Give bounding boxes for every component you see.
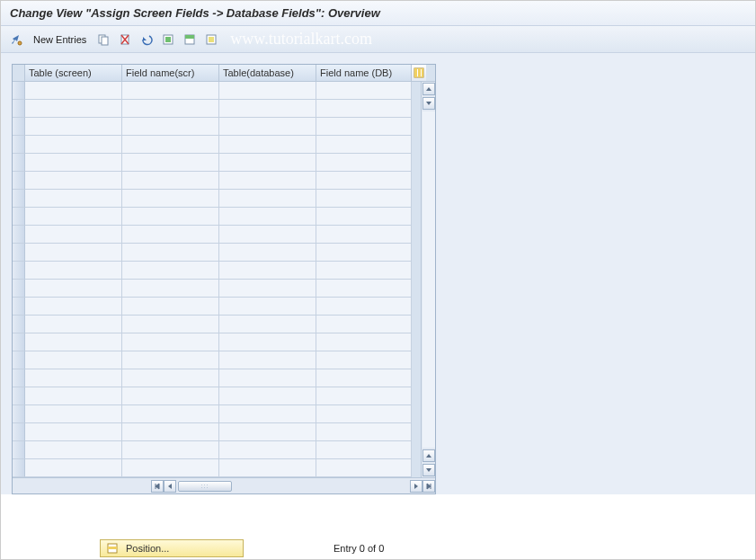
table-cell[interactable]: [316, 118, 412, 136]
table-cell[interactable]: [122, 118, 219, 136]
table-cell[interactable]: [219, 226, 316, 244]
table-cell[interactable]: [25, 459, 122, 477]
table-cell[interactable]: [25, 405, 122, 423]
table-cell[interactable]: [219, 208, 316, 226]
table-cell[interactable]: [25, 316, 122, 333]
table-cell[interactable]: [122, 298, 219, 316]
table-cell[interactable]: [316, 244, 412, 262]
table-cell[interactable]: [25, 190, 122, 208]
table-cell[interactable]: [122, 459, 219, 477]
deselect-all-icon[interactable]: [203, 31, 219, 48]
table-cell[interactable]: [25, 441, 122, 459]
delete-icon[interactable]: [117, 31, 133, 48]
table-cell[interactable]: [25, 208, 122, 226]
horizontal-scroll-thumb[interactable]: :::: [178, 481, 232, 492]
configure-columns-icon[interactable]: [412, 65, 426, 81]
table-cell[interactable]: [219, 262, 316, 280]
table-cell[interactable]: [122, 387, 219, 405]
table-cell[interactable]: [316, 172, 412, 190]
table-cell[interactable]: [316, 280, 412, 298]
table-cell[interactable]: [316, 459, 412, 477]
table-cell[interactable]: [25, 172, 122, 190]
row-selector[interactable]: [13, 351, 25, 369]
table-cell[interactable]: [122, 262, 219, 280]
table-cell[interactable]: [219, 369, 316, 387]
table-cell[interactable]: [25, 280, 122, 298]
scroll-left-icon[interactable]: [164, 480, 176, 493]
table-cell[interactable]: [122, 441, 219, 459]
table-cell[interactable]: [25, 387, 122, 405]
table-cell[interactable]: [25, 298, 122, 316]
table-cell[interactable]: [316, 369, 412, 387]
row-selector[interactable]: [13, 262, 25, 280]
table-cell[interactable]: [25, 333, 122, 351]
table-cell[interactable]: [122, 82, 219, 100]
table-cell[interactable]: [219, 190, 316, 208]
vertical-scroll-track[interactable]: [422, 111, 435, 448]
column-header-field-name-scr[interactable]: Field name(scr): [122, 65, 219, 81]
scroll-right-icon[interactable]: [410, 480, 422, 493]
table-cell[interactable]: [316, 208, 412, 226]
table-cell[interactable]: [25, 369, 122, 387]
table-cell[interactable]: [219, 280, 316, 298]
undo-icon[interactable]: [138, 31, 155, 48]
table-cell[interactable]: [219, 316, 316, 333]
table-cell[interactable]: [219, 441, 316, 459]
row-selector[interactable]: [13, 333, 25, 351]
scroll-up-icon[interactable]: [422, 83, 435, 95]
table-cell[interactable]: [122, 369, 219, 387]
toggle-display-icon[interactable]: [8, 31, 24, 48]
table-cell[interactable]: [316, 387, 412, 405]
row-selector[interactable]: [13, 316, 25, 333]
scroll-up-small-icon[interactable]: [422, 449, 435, 462]
row-selector[interactable]: [13, 154, 25, 172]
table-cell[interactable]: [25, 100, 122, 118]
column-header-table-screen[interactable]: Table (screen): [25, 65, 122, 81]
table-cell[interactable]: [316, 100, 412, 118]
table-cell[interactable]: [316, 190, 412, 208]
table-cell[interactable]: [25, 136, 122, 154]
row-selector[interactable]: [13, 208, 25, 226]
row-selector[interactable]: [13, 100, 25, 118]
table-cell[interactable]: [122, 208, 219, 226]
table-cell[interactable]: [316, 405, 412, 423]
scroll-first-icon[interactable]: [151, 480, 164, 493]
row-selector[interactable]: [13, 459, 25, 477]
table-cell[interactable]: [122, 190, 219, 208]
table-cell[interactable]: [219, 154, 316, 172]
table-cell[interactable]: [122, 405, 219, 423]
table-cell[interactable]: [219, 387, 316, 405]
new-entries-button[interactable]: New Entries: [30, 31, 90, 48]
table-cell[interactable]: [122, 244, 219, 262]
table-cell[interactable]: [316, 423, 412, 441]
column-header-field-name-db[interactable]: Field name (DB): [316, 65, 412, 81]
row-selector[interactable]: [13, 82, 25, 100]
table-cell[interactable]: [122, 154, 219, 172]
table-cell[interactable]: [25, 423, 122, 441]
table-cell[interactable]: [219, 405, 316, 423]
table-cell[interactable]: [316, 441, 412, 459]
row-selector[interactable]: [13, 190, 25, 208]
table-cell[interactable]: [219, 118, 316, 136]
table-cell[interactable]: [219, 333, 316, 351]
table-cell[interactable]: [219, 136, 316, 154]
row-selector[interactable]: [13, 226, 25, 244]
table-cell[interactable]: [316, 136, 412, 154]
scroll-down-small-icon[interactable]: [422, 97, 435, 110]
table-cell[interactable]: [122, 226, 219, 244]
table-cell[interactable]: [219, 351, 316, 369]
table-cell[interactable]: [219, 298, 316, 316]
row-selector[interactable]: [13, 369, 25, 387]
table-cell[interactable]: [316, 316, 412, 333]
table-cell[interactable]: [219, 82, 316, 100]
table-cell[interactable]: [122, 100, 219, 118]
table-cell[interactable]: [25, 351, 122, 369]
table-cell[interactable]: [316, 154, 412, 172]
table-cell[interactable]: [122, 316, 219, 333]
table-cell[interactable]: [25, 82, 122, 100]
table-cell[interactable]: [25, 154, 122, 172]
table-cell[interactable]: [316, 333, 412, 351]
table-cell[interactable]: [316, 298, 412, 316]
copy-as-icon[interactable]: [95, 31, 111, 48]
table-cell[interactable]: [122, 333, 219, 351]
